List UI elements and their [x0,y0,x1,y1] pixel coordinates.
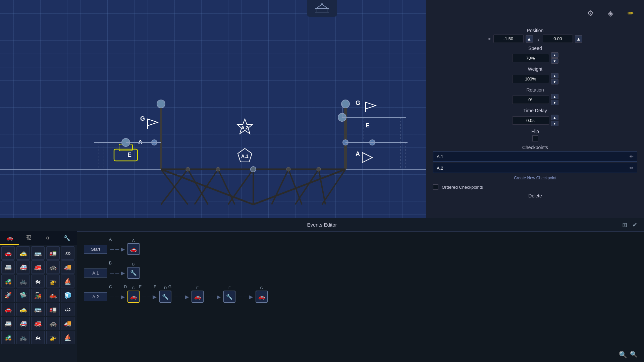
checkpoint-a1-item[interactable]: A.1 ✏ [433,152,637,162]
node-c-label: C [132,286,135,290]
vehicle-cell-11[interactable]: 🚲 [16,275,30,288]
vehicle-cell-27[interactable]: 🚒 [31,317,45,330]
checkpoint-a2-edit-icon[interactable]: ✏ [630,165,634,171]
vehicle-cell-4[interactable]: 🏎 [61,246,74,260]
node-b[interactable]: 🔧 B [127,267,140,279]
vehicle-cell-28[interactable]: 🚓 [46,317,60,330]
zoom-out-icon[interactable]: 🔍 [630,351,637,359]
svg-point-38 [317,167,321,171]
vehicle-cell-0[interactable]: 🚗 [1,246,15,260]
vehicle-cell-34[interactable]: ⛵ [61,331,74,344]
vehicle-cell-24[interactable]: 🏎 [61,303,74,316]
events-confirm-icon[interactable]: ✔ [632,221,637,229]
time-delay-input[interactable] [512,116,549,125]
vehicle-cell-5[interactable]: 🚐 [1,260,15,274]
col-label-b: B [109,261,112,265]
header-icon [307,0,337,17]
checkpoint-a2-label: A.2 [437,166,443,171]
event-row-a: A Start ─ ─ ▶ 🚗 A [84,243,419,255]
vehicle-cell-10[interactable]: 🚜 [1,275,15,288]
vehicle-cell-1[interactable]: 🚕 [16,246,30,260]
vehicle-cell-12[interactable]: 🏍 [31,275,45,288]
trigger-start[interactable]: Start [84,245,107,254]
tab-wrench[interactable]: 🔧 [58,231,77,245]
vehicle-cell-7[interactable]: 🚒 [31,260,45,274]
rotation-down-btn[interactable]: ▼ [551,100,558,105]
time-delay-down-btn[interactable]: ▼ [551,121,558,126]
events-grid-icon[interactable]: ⊞ [622,221,627,229]
rotation-input[interactable] [512,96,549,104]
zoom-in-icon[interactable]: 🔍 [619,351,627,359]
trigger-a2[interactable]: A.2 [84,292,107,301]
vehicle-cell-30[interactable]: 🚜 [1,331,15,344]
event-row-c: C D E F G A.2 ─ ─ ▶ 🚗 C ─ ─ ▶ 🔧 D [84,291,419,303]
rotation-up-btn[interactable]: ▲ [551,94,558,99]
position-x-input[interactable] [493,35,524,43]
node-c[interactable]: 🚗 C [127,291,140,303]
vehicle-cell-29[interactable]: 🚚 [61,317,74,330]
time-delay-label: Time Delay [433,108,637,113]
weight-down-btn[interactable]: ▼ [551,79,558,84]
position-y-input[interactable] [543,35,573,43]
delete-button[interactable]: Delete [528,193,542,198]
speed-up-btn[interactable]: ▲ [551,52,558,58]
vehicle-cell-26[interactable]: 🚑 [16,317,30,330]
vehicle-cell-19[interactable]: 🧊 [61,289,74,302]
vehicle-cell-23[interactable]: 🚛 [46,303,60,316]
vehicle-cell-16[interactable]: 🛸 [16,289,30,302]
checkpoint-a2-item[interactable]: A.2 ✏ [433,163,637,173]
col-label-e: E [139,285,142,289]
ordered-checkpoints-label: Ordered Checkpoints [442,185,483,190]
arrow-a1-b: ─ ─ ▶ [110,270,125,276]
node-g-label: G [260,286,263,290]
time-delay-up-btn[interactable]: ▲ [551,115,558,120]
transform-button[interactable]: ◈ [604,7,617,20]
bottom-panel: Events Editor ⊞ ✔ 🚗 🏗 ✈ 🔧 🚗🚕🚌🚛🏎🚐🚑🚒🚓🚚🚜🚲🏍🚁… [0,218,644,362]
vehicle-cell-21[interactable]: 🚕 [16,303,30,316]
vehicle-cell-32[interactable]: 🏍 [31,331,45,344]
vehicle-cell-13[interactable]: 🚁 [46,275,60,288]
svg-text:E: E [127,152,131,158]
vehicle-cell-22[interactable]: 🚌 [31,303,45,316]
vehicle-sidebar: 🚗 🏗 ✈ 🔧 🚗🚕🚌🚛🏎🚐🚑🚒🚓🚚🚜🚲🏍🚁⛵🚀🛸🚂🛻🧊🚗🚕🚌🚛🏎🚐🚑🚒🚓🚚🚜🚲… [0,231,77,362]
weight-up-btn[interactable]: ▲ [551,73,558,78]
node-g[interactable]: 🚗 G [256,291,268,303]
pos-y-up-btn[interactable]: ▲ [575,35,582,43]
weight-input[interactable] [512,75,549,83]
vehicle-cell-20[interactable]: 🚗 [1,303,15,316]
tab-car[interactable]: 🚗 [0,231,19,245]
flip-checkbox[interactable] [532,135,538,141]
vehicle-cell-6[interactable]: 🚑 [16,260,30,274]
node-e[interactable]: 🚗 E [192,291,204,303]
vehicle-cell-25[interactable]: 🚐 [1,317,15,330]
event-row-b-content: A.1 ─ ─ ▶ 🔧 B [84,267,419,279]
col-label-a: A [109,237,112,242]
vehicle-cell-33[interactable]: 🚁 [46,331,60,344]
vehicle-cell-14[interactable]: ⛵ [61,275,74,288]
pos-x-up-btn[interactable]: ▲ [526,35,533,43]
checkpoint-a1-edit-icon[interactable]: ✏ [630,154,634,159]
tab-crane[interactable]: 🏗 [19,231,38,245]
node-f-label: F [228,286,231,290]
position-label: Position [433,28,637,33]
trigger-a1[interactable]: A.1 [84,268,107,278]
node-d-label: D [164,286,167,290]
edit-button[interactable]: ✏ [624,7,637,20]
vehicle-cell-3[interactable]: 🚛 [46,246,60,260]
settings-button[interactable]: ⚙ [584,7,597,20]
tab-plane[interactable]: ✈ [39,231,58,245]
vehicle-cell-31[interactable]: 🚲 [16,331,30,344]
create-checkpoint-button[interactable]: Create New Checkpoint [433,174,637,182]
node-f[interactable]: 🔧 F [223,291,235,303]
vehicle-cell-17[interactable]: 🚂 [31,289,45,302]
vehicle-cell-15[interactable]: 🚀 [1,289,15,302]
node-a[interactable]: 🚗 A [127,243,140,255]
speed-down-btn[interactable]: ▼ [551,58,558,64]
node-d[interactable]: 🔧 D [159,291,171,303]
vehicle-cell-8[interactable]: 🚓 [46,260,60,274]
vehicle-cell-18[interactable]: 🛻 [46,289,60,302]
ordered-checkpoints-checkbox[interactable] [433,184,438,190]
speed-input[interactable] [512,54,549,62]
vehicle-cell-2[interactable]: 🚌 [31,246,45,260]
vehicle-cell-9[interactable]: 🚚 [61,260,74,274]
